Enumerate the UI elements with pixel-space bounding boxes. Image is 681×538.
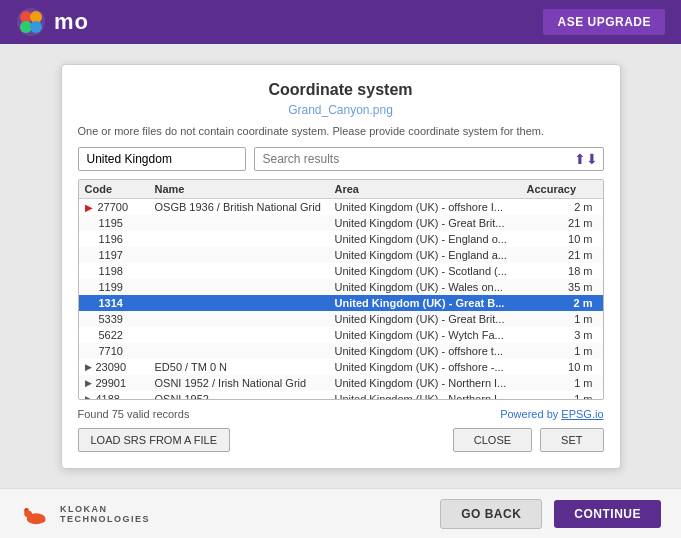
cell-area: United Kingdom (UK) - Great Brit... xyxy=(335,313,527,325)
search-row: ⬆⬇ xyxy=(78,147,604,171)
cell-area: United Kingdom (UK) - England o... xyxy=(335,233,527,245)
dialog-title: Coordinate system xyxy=(78,81,604,99)
coordinate-table: Code Name Area Accuracy ▶27700OSGB 1936 … xyxy=(78,179,604,400)
red-arrow-icon: ▶ xyxy=(85,202,93,213)
klokan-company-name: KLOKAN TECHNOLOGIES xyxy=(60,504,150,524)
cell-accuracy: 2 m xyxy=(527,201,597,213)
cell-code: 7710 xyxy=(85,345,155,357)
search-wrapper: ⬆⬇ xyxy=(254,147,604,171)
cell-code: 1199 xyxy=(85,281,155,293)
table-header: Code Name Area Accuracy xyxy=(79,180,603,199)
expand-triangle-icon: ▶ xyxy=(85,394,92,399)
cell-code: 1195 xyxy=(85,217,155,229)
found-records-text: Found 75 valid records xyxy=(78,408,190,420)
table-body: ▶27700OSGB 1936 / British National GridU… xyxy=(79,199,603,399)
col-header-accuracy: Accuracy xyxy=(527,183,597,195)
cell-name: OSNI 1952 / Irish National Grid xyxy=(155,377,335,389)
expand-triangle-icon: ▶ xyxy=(85,362,92,372)
col-header-name: Name xyxy=(155,183,335,195)
cell-area: United Kingdom (UK) - offshore I... xyxy=(335,201,527,213)
action-buttons: CLOSE SET xyxy=(453,428,604,452)
table-row[interactable]: 1198United Kingdom (UK) - Scotland (...1… xyxy=(79,263,603,279)
coordinate-dialog: Coordinate system Grand_Canyon.png One o… xyxy=(61,64,621,469)
table-row[interactable]: 1199United Kingdom (UK) - Wales on...35 … xyxy=(79,279,603,295)
main-content: Coordinate system Grand_Canyon.png One o… xyxy=(0,44,681,538)
table-row[interactable]: 1195United Kingdom (UK) - Great Brit...2… xyxy=(79,215,603,231)
cell-code: ▶29901 xyxy=(85,377,155,389)
dialog-footer-info: Found 75 valid records Powered by EPSG.i… xyxy=(78,408,604,420)
table-row[interactable]: 1197United Kingdom (UK) - England a...21… xyxy=(79,247,603,263)
cell-code: 5339 xyxy=(85,313,155,325)
dialog-description: One or more files do not contain coordin… xyxy=(78,125,604,137)
cell-code: 1198 xyxy=(85,265,155,277)
cell-code: 1196 xyxy=(85,233,155,245)
upgrade-button[interactable]: ASE UPGRADE xyxy=(543,9,665,35)
app-title: mo xyxy=(54,9,89,35)
top-bar: mo ASE UPGRADE xyxy=(0,0,681,44)
country-input[interactable] xyxy=(78,147,246,171)
col-header-area: Area xyxy=(335,183,527,195)
dialog-subtitle: Grand_Canyon.png xyxy=(78,103,604,117)
table-row[interactable]: 7710United Kingdom (UK) - offshore t...1… xyxy=(79,343,603,359)
bottom-buttons: GO BACK CONTINUE xyxy=(440,499,661,529)
cell-area: United Kingdom (UK) - Northern I... xyxy=(335,393,527,399)
cell-area: United Kingdom (UK) - Wytch Fa... xyxy=(335,329,527,341)
col-header-code: Code xyxy=(85,183,155,195)
continue-button[interactable]: CONTINUE xyxy=(554,500,661,528)
cell-area: United Kingdom (UK) - England a... xyxy=(335,249,527,261)
cell-area: United Kingdom (UK) - offshore -... xyxy=(335,361,527,373)
cell-name: OSGB 1936 / British National Grid xyxy=(155,201,335,213)
table-row[interactable]: ▶23090ED50 / TM 0 NUnited Kingdom (UK) -… xyxy=(79,359,603,375)
cell-accuracy: 10 m xyxy=(527,361,597,373)
cell-code: 1197 xyxy=(85,249,155,261)
load-srs-button[interactable]: LOAD SRS FROM A FILE xyxy=(78,428,231,452)
cell-name: OSNI 1952 xyxy=(155,393,335,399)
cell-code: ▶4188 xyxy=(85,393,155,399)
cell-area: United Kingdom (UK) - Great B... xyxy=(335,297,527,309)
table-row[interactable]: 5339United Kingdom (UK) - Great Brit...1… xyxy=(79,311,603,327)
cell-accuracy: 21 m xyxy=(527,249,597,261)
cell-accuracy: 1 m xyxy=(527,313,597,325)
table-row[interactable]: 1196United Kingdom (UK) - England o...10… xyxy=(79,231,603,247)
expand-triangle-icon: ▶ xyxy=(85,378,92,388)
table-row[interactable]: ▶27700OSGB 1936 / British National GridU… xyxy=(79,199,603,215)
cell-code: ▶23090 xyxy=(85,361,155,373)
cell-code: 1314 xyxy=(85,297,155,309)
table-row[interactable]: ▶29901OSNI 1952 / Irish National GridUni… xyxy=(79,375,603,391)
table-row[interactable]: 5622United Kingdom (UK) - Wytch Fa...3 m xyxy=(79,327,603,343)
cell-area: United Kingdom (UK) - Wales on... xyxy=(335,281,527,293)
cell-code: 5622 xyxy=(85,329,155,341)
cell-accuracy: 1 m xyxy=(527,345,597,357)
epsg-link[interactable]: Powered by EPSG.io xyxy=(500,408,603,420)
cell-area: United Kingdom (UK) - Northern I... xyxy=(335,377,527,389)
logo-area: mo xyxy=(16,7,89,37)
svg-point-10 xyxy=(25,508,27,510)
cell-accuracy: 10 m xyxy=(527,233,597,245)
cell-accuracy: 1 m xyxy=(527,377,597,389)
table-row[interactable]: ▶4188OSNI 1952United Kingdom (UK) - Nort… xyxy=(79,391,603,399)
klokan-logo: KLOKAN TECHNOLOGIES xyxy=(20,503,150,525)
cell-accuracy: 3 m xyxy=(527,329,597,341)
cell-area: United Kingdom (UK) - offshore t... xyxy=(335,345,527,357)
svg-point-4 xyxy=(30,21,42,33)
cell-accuracy: 35 m xyxy=(527,281,597,293)
cell-code: ▶27700 xyxy=(85,201,155,213)
klokan-logo-icon xyxy=(20,503,52,525)
search-input[interactable] xyxy=(254,147,604,171)
svg-point-0 xyxy=(17,8,45,36)
cell-accuracy: 18 m xyxy=(527,265,597,277)
close-button[interactable]: CLOSE xyxy=(453,428,532,452)
cell-area: United Kingdom (UK) - Great Brit... xyxy=(335,217,527,229)
cell-accuracy: 1 m xyxy=(527,393,597,399)
dialog-buttons: LOAD SRS FROM A FILE CLOSE SET xyxy=(78,428,604,452)
bottom-bar: KLOKAN TECHNOLOGIES GO BACK CONTINUE xyxy=(0,488,681,538)
cell-name: ED50 / TM 0 N xyxy=(155,361,335,373)
cell-accuracy: 2 m xyxy=(527,297,597,309)
go-back-button[interactable]: GO BACK xyxy=(440,499,542,529)
table-row[interactable]: 1314United Kingdom (UK) - Great B...2 m xyxy=(79,295,603,311)
set-button[interactable]: SET xyxy=(540,428,603,452)
app-logo-icon xyxy=(16,7,46,37)
cell-area: United Kingdom (UK) - Scotland (... xyxy=(335,265,527,277)
cell-accuracy: 21 m xyxy=(527,217,597,229)
